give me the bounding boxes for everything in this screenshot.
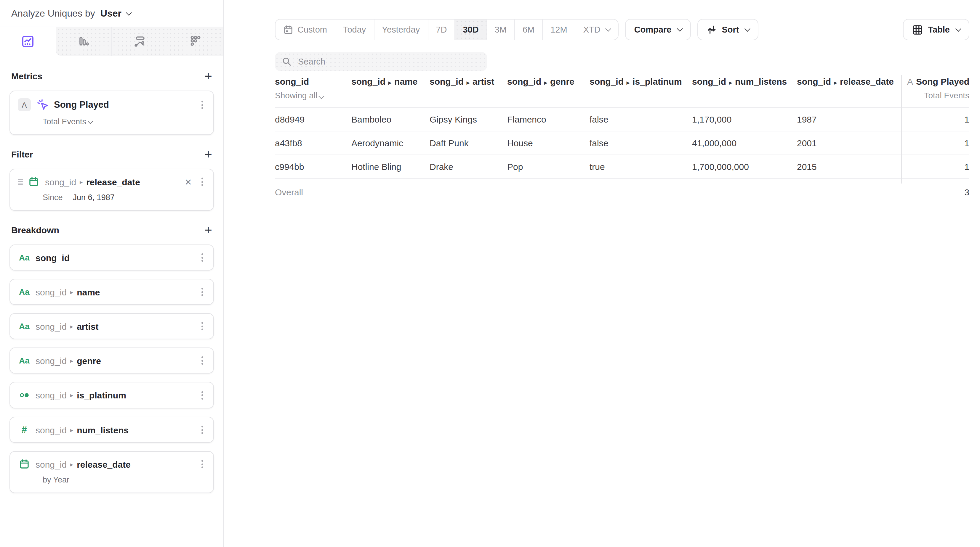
breakdown-property-name[interactable]: num_listens [77,425,129,435]
column-header[interactable]: song_id▸artist [430,76,507,100]
table-row[interactable]: a43fb8 Aerodynamic Daft Punk House false… [275,132,969,155]
breakdown-menu-button[interactable] [198,252,206,263]
cell-release-date: 1987 [797,114,901,124]
filter-operator-dropdown[interactable]: Since [43,193,63,202]
search-icon [282,57,291,66]
add-filter-button[interactable]: + [204,149,212,159]
table-search[interactable] [275,52,487,71]
query-builder-sidebar: Analyze Uniques by User [0,0,224,547]
tab-retention[interactable] [167,27,223,55]
date-range-3m[interactable]: 3M [487,19,514,40]
tab-flows[interactable] [111,27,167,55]
breakdown-granularity-dropdown[interactable]: by Year [43,476,206,484]
metric-menu-button[interactable] [198,100,206,110]
drag-handle-icon[interactable] [18,179,23,185]
add-metric-button[interactable]: + [204,71,212,81]
date-range-30d[interactable]: 30D [455,19,486,40]
tab-line-chart[interactable] [0,27,56,55]
breakdown-menu-button[interactable] [198,390,206,401]
table-row[interactable]: c994bb Hotline Bling Drake Pop true 1,70… [275,155,969,179]
filter-card[interactable]: song_id ▸ release_date ✕ Since Jun 6, 19… [10,169,214,211]
cell-is-platinum: false [590,138,692,148]
line-chart-icon [21,34,35,49]
filter-section: Filter + song_id ▸ release_date [0,149,223,211]
breakdown-card[interactable]: song_id ▸ is_platinum [10,382,214,409]
cell-metric-value: 1 [901,162,969,172]
filter-value[interactable]: Jun 6, 1987 [73,193,115,202]
cell-song-id: c994bb [275,162,352,172]
date-range-today[interactable]: Today [335,19,374,40]
text-property-icon: Aa [18,253,31,262]
column-header[interactable]: song_id▸release_date [797,76,901,100]
column-header[interactable]: song_id▸num_listens [692,76,797,100]
date-property-icon [18,459,31,469]
cell-artist: Daft Punk [430,138,507,148]
breakdown-card[interactable]: song_id ▸ release_date by Year [10,451,214,493]
cell-num-listens: 41,000,000 [692,138,797,148]
calendar-icon [283,25,293,35]
sort-button[interactable]: Sort [697,19,759,40]
chevron-down-icon[interactable] [87,118,93,124]
filter-menu-button[interactable] [198,176,206,187]
breakdown-card[interactable]: Aa song_id [10,244,214,271]
column-header[interactable]: song_id [275,76,352,86]
date-range-yesterday[interactable]: Yesterday [374,19,428,40]
cell-release-date: 2015 [797,162,901,172]
view-selector-button[interactable]: Table [903,19,969,40]
table-row[interactable]: d8d949 Bamboleo Gipsy Kings Flamenco fal… [275,108,969,132]
compare-button[interactable]: Compare [625,19,691,40]
cell-name: Bamboleo [352,114,430,124]
remove-filter-icon[interactable]: ✕ [185,177,192,186]
breakdown-menu-button[interactable] [198,459,206,469]
breakdown-property-name[interactable]: release_date [77,459,130,469]
add-breakdown-button[interactable]: + [204,225,212,235]
date-range-xtd[interactable]: XTD [575,19,618,40]
date-range-12m[interactable]: 12M [542,19,575,40]
breakdown-property-parent: song_id [35,355,67,366]
showing-all-dropdown[interactable]: Showing all [275,90,352,100]
cell-num-listens: 1,700,000,000 [692,162,797,172]
breakdown-card[interactable]: Aa song_id ▸ name [10,279,214,305]
breakdown-menu-button[interactable] [198,425,206,435]
column-header[interactable]: song_id▸is_platinum [590,76,692,100]
cell-metric-value: 1 [901,114,969,124]
date-range-7d[interactable]: 7D [428,19,455,40]
tab-bar-chart[interactable] [56,27,111,55]
date-property-icon [27,176,40,187]
breakdown-card[interactable]: # song_id ▸ num_listens [10,417,214,443]
breakdown-menu-button[interactable] [198,355,206,366]
retention-dots-icon [189,34,203,49]
filter-property-name[interactable]: release_date [86,177,140,187]
cell-artist: Gipsy Kings [430,114,507,124]
metric-card[interactable]: A Song Played Total Events [10,90,214,135]
search-input[interactable] [297,56,480,67]
date-range-custom[interactable]: Custom [275,19,335,40]
flows-icon [133,34,147,49]
breakdown-property-name[interactable]: is_platinum [77,390,126,400]
breakdown-card[interactable]: Aa song_id ▸ artist [10,313,214,339]
breakdown-menu-button[interactable] [198,287,206,297]
column-header[interactable]: song_id▸name [352,76,430,100]
breadcrumb-arrow-icon: ▸ [729,79,732,86]
aggregation-dropdown[interactable]: Total Events [43,117,86,126]
breakdown-property-name[interactable]: genre [77,355,101,366]
chevron-down-icon [606,26,611,32]
analyze-entity-dropdown[interactable]: User [100,8,121,19]
metric-column-header[interactable]: ASong Played [901,76,969,86]
chevron-down-icon[interactable] [126,10,132,16]
cell-name: Hotline Bling [352,162,430,172]
report-toolbar: Custom Today Yesterday 7D 30D 3M 6M 12M … [275,19,969,40]
table-header: song_id Showing all song_id▸name song_id… [275,75,969,108]
breakdown-menu-button[interactable] [198,321,206,331]
breakdown-card[interactable]: Aa song_id ▸ genre [10,347,214,374]
breadcrumb-arrow-icon: ▸ [834,79,837,86]
column-header[interactable]: song_id▸genre [507,76,590,100]
breakdown-property-name[interactable]: name [77,287,100,297]
breadcrumb-arrow-icon: ▸ [70,427,73,433]
cell-is-platinum: true [590,162,692,172]
cell-name: Aerodynamic [352,138,430,148]
breakdown-property-name[interactable]: artist [77,321,99,331]
breakdown-property-name[interactable]: song_id [35,252,70,263]
metric-name[interactable]: Song Played [54,100,109,110]
date-range-6m[interactable]: 6M [514,19,542,40]
